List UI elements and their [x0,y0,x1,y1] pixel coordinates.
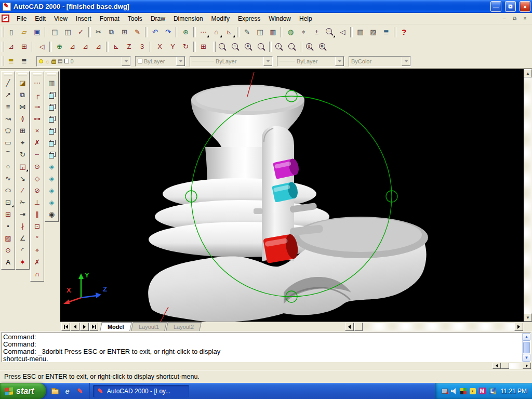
zoom-out-button[interactable] [286,41,299,53]
rotate-button[interactable]: ↻ [16,149,29,161]
toolbar-grab-handle[interactable] [33,73,42,75]
hscroll-track[interactable] [363,323,514,331]
extend-button[interactable]: ⇥ [16,208,29,220]
ucs-previous-button[interactable]: ◁ [35,41,48,53]
lineweight-dropdown[interactable]: ByLayer [277,56,344,66]
paste-button[interactable]: ⊞ [118,26,131,38]
viewport-horizontal-scrollbar[interactable] [345,323,532,331]
command-horizontal-scrollbar[interactable] [1,362,531,369]
zoom-window-flyout-button[interactable] [323,26,336,38]
temporary-tracking-button[interactable]: ⋯ [31,77,44,89]
menu-edit[interactable]: Edit [31,14,50,24]
camera-button[interactable]: ◉ [45,208,58,220]
insert-hyperlink-button[interactable]: ⊛ [179,26,192,38]
menu-file[interactable]: File [12,14,31,24]
temporary-track-point-button[interactable]: ⋯ [197,26,210,38]
right-view-button[interactable] [45,125,58,137]
command-vertical-scrollbar[interactable]: ▲ ▼ [522,333,530,362]
properties-button[interactable]: ▨ [367,26,380,38]
dbconnect-button[interactable]: ≣ [380,26,393,38]
color-dropdown-arrow[interactable] [176,57,185,66]
tray-color-quad-icon[interactable] [460,388,467,394]
object-ucs-button[interactable]: ⊿ [66,41,79,53]
pan-realtime-button[interactable]: ⌖ [297,26,310,38]
named-views-window-button[interactable]: ▥ [267,26,280,38]
snap-midpoint-button[interactable]: ⊶ [31,113,44,125]
nw-isometric-button[interactable]: ◈ [45,196,58,208]
spelling-button[interactable]: ✓ [74,26,87,38]
menu-tools[interactable]: Tools [124,14,147,24]
minimize-button[interactable]: — [490,1,501,12]
internet-explorer-quicklaunch-button[interactable]: e [63,387,72,395]
bottom-view-button[interactable] [45,101,58,113]
viewport-vertical-scrollbar[interactable]: ▲ ▼ [524,69,532,322]
snap-parallel-button[interactable]: ∥ [31,208,44,220]
ne-isometric-button[interactable]: ◈ [45,184,58,196]
snap-apparent-intersection-button[interactable]: ✗ [31,137,44,149]
aerial-view-button[interactable]: ◫ [254,26,267,38]
match-properties-button[interactable]: ✎ [131,26,144,38]
document-icon[interactable] [2,15,9,22]
trim-button[interactable]: ✁ [16,196,29,208]
zoom-window-button[interactable] [216,41,229,53]
linetype-dropdown[interactable]: ByLayer [190,56,273,66]
chamfer-button[interactable]: ∠ [16,232,29,244]
world-ucs-button[interactable]: ⊕ [53,41,66,53]
drawing-canvas[interactable]: Y X Z [60,69,524,322]
command-hscroll-right-button[interactable] [523,363,531,369]
left-view-button[interactable] [45,113,58,125]
copy-button[interactable]: ⧉ [105,26,118,38]
start-button[interactable]: start [0,383,46,399]
polyline-button[interactable]: ↝ [2,113,15,125]
region-button[interactable]: ⊙ [2,244,15,256]
print-preview-button[interactable]: ◫ [61,26,74,38]
point-button[interactable]: • [2,220,15,232]
restore-button[interactable]: ⧉ [505,1,516,12]
ellipse-button[interactable]: ⬭ [2,184,15,196]
construction-line-button[interactable]: ↗ [2,89,15,101]
array-button[interactable]: ⊞ [16,125,29,137]
zoom-all-button[interactable] [303,41,316,53]
zoom-dynamic-button[interactable] [229,41,242,53]
autocad-designcenter-button[interactable]: ▦ [354,26,367,38]
command-text[interactable]: Command:Command:Command: _3dorbit Press … [2,333,522,362]
snap-none-button[interactable]: ✗ [31,256,44,268]
spline-button[interactable]: ∿ [2,172,15,184]
rectangle-button[interactable]: ▭ [2,137,15,149]
z-axis-rotate-ucs-button[interactable]: ↻ [179,41,192,53]
redo-button[interactable]: ↷ [162,26,175,38]
color-dropdown[interactable]: ByLayer [135,56,185,66]
command-scroll-up-button[interactable]: ▲ [523,333,530,341]
mirror-button[interactable]: ⋈ [16,101,29,113]
face-ucs-button[interactable]: ⊿ [79,41,92,53]
snap-node-button[interactable]: ° [31,232,44,244]
snap-extension-button[interactable]: ┈ [31,149,44,161]
mdi-restore-button[interactable]: ⧉ [510,15,519,22]
zoom-extents-button[interactable] [316,41,329,53]
hscroll-left-button[interactable] [345,323,354,331]
command-scroll-down-button[interactable]: ▼ [523,354,530,362]
command-hscroll-thumb[interactable] [501,363,509,369]
hscroll-thumb[interactable] [354,323,363,331]
zoom-center-button[interactable] [255,41,268,53]
osnap-settings-button[interactable]: ∩ [31,268,44,280]
insert-block-button[interactable]: ⊡ [2,196,15,208]
tray-display-icon[interactable] [442,389,448,394]
arc-button[interactable]: ⌒ [2,149,15,161]
tray-volume-icon[interactable] [451,388,457,394]
make-block-button[interactable]: ⊞ [2,208,15,220]
tab-nav-first-button[interactable] [61,323,70,331]
copy-object-button[interactable]: ⧉ [16,89,29,101]
multiline-button[interactable]: ≡ [2,101,15,113]
break-button[interactable]: ∤ [16,220,29,232]
sw-isometric-button[interactable]: ◈ [45,161,58,172]
3point-ucs-button[interactable]: 3 [136,41,149,53]
named-views-button[interactable]: ▥ [45,77,58,89]
apply-ucs-button[interactable]: ⊞ [197,41,210,53]
undo-button[interactable]: ↶ [149,26,162,38]
snap-nearest-button[interactable]: ⌖ [31,244,44,256]
scroll-up-button[interactable]: ▲ [524,69,532,77]
toolbar-grab-handle[interactable] [18,73,27,75]
snap-intersection-button[interactable]: × [31,125,44,137]
offset-button[interactable]: ≬ [16,113,29,125]
